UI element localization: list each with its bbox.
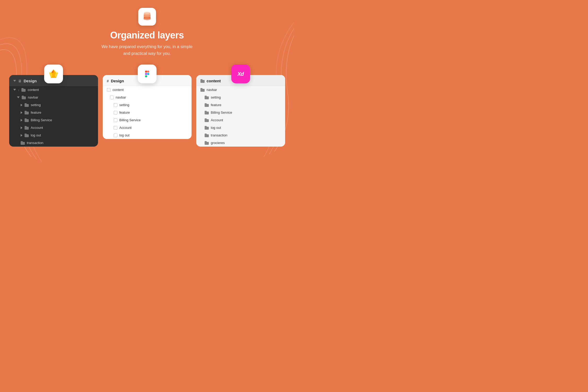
page-header: Organized layers We have prepared everyt… <box>0 0 294 57</box>
dashed-frame-icon <box>114 103 117 107</box>
figma-layer-logout[interactable]: log out <box>103 131 192 139</box>
page-title: Organized layers <box>110 30 184 41</box>
expand-icon <box>21 134 22 137</box>
xd-logo-text: Xd <box>238 71 244 77</box>
collapse-icon <box>13 89 16 91</box>
sketch-card: 🖥 Design ↓ content navbar <box>9 67 98 147</box>
folder-icon <box>205 118 209 122</box>
svg-rect-17 <box>145 71 147 73</box>
xd-header-title: content <box>207 79 221 83</box>
figma-layer-account[interactable]: Account <box>103 124 192 131</box>
expand-icon <box>21 126 22 129</box>
folder-icon <box>200 88 205 92</box>
xd-header-folder-icon <box>200 79 205 83</box>
monitor-icon: 🖥 <box>18 79 22 83</box>
folder-icon <box>25 134 29 137</box>
svg-rect-20 <box>147 73 149 75</box>
folder-icon <box>21 88 26 92</box>
sketch-header-title: Design <box>24 79 37 83</box>
xd-layer-navbar[interactable]: navbar <box>196 86 285 94</box>
figma-layers: content navbar setting feature Billing S… <box>103 86 192 139</box>
folder-icon <box>205 103 209 107</box>
folder-icon <box>25 118 29 122</box>
xd-layer-account[interactable]: Account <box>196 116 285 124</box>
figma-layer-feature[interactable]: feature <box>103 109 192 116</box>
folder-icon <box>25 103 29 107</box>
xd-layers: navbar setting feature Billing Service A… <box>196 86 285 147</box>
expand-icon <box>21 104 22 106</box>
folder-icon <box>205 96 209 99</box>
hash-icon: # <box>107 79 109 83</box>
folder-icon <box>205 126 209 130</box>
figma-header-title: Design <box>111 79 124 83</box>
sketch-layer-feature[interactable]: feature <box>9 109 98 116</box>
cards-container: 🖥 Design ↓ content navbar <box>0 67 294 147</box>
dashed-frame-icon <box>110 96 114 99</box>
figma-layer-billing[interactable]: Billing Service <box>103 116 192 124</box>
svg-rect-21 <box>145 75 147 77</box>
sketch-icon <box>44 65 63 83</box>
main-app-icon <box>138 8 156 26</box>
folder-icon <box>205 111 209 114</box>
expand-icon <box>21 119 22 122</box>
sketch-layer-transaction[interactable]: transaction <box>9 139 98 147</box>
xd-card: Xd content navbar setting feature <box>196 67 285 147</box>
collapse-icon <box>17 96 20 98</box>
folder-icon <box>25 111 29 114</box>
xd-layer-grocieres[interactable]: grocieres <box>196 139 285 147</box>
xd-icon: Xd <box>231 65 250 83</box>
figma-card: # Design content navbar setting <box>103 67 192 139</box>
xd-panel: content navbar setting feature <box>196 75 285 147</box>
dashed-frame-icon <box>114 111 117 114</box>
subtitle: We have prepared everything for you, in … <box>101 43 192 57</box>
dashed-frame-icon <box>107 88 111 92</box>
xd-layer-transaction[interactable]: transaction <box>196 131 285 139</box>
folder-icon <box>21 141 25 145</box>
figma-layer-navbar[interactable]: navbar <box>103 94 192 101</box>
xd-layer-setting[interactable]: setting <box>196 94 285 101</box>
dashed-frame-icon <box>114 126 117 130</box>
xd-layer-feature[interactable]: feature <box>196 101 285 109</box>
sketch-panel: 🖥 Design ↓ content navbar <box>9 75 98 147</box>
folder-icon <box>25 126 29 130</box>
sketch-layer-navbar[interactable]: navbar <box>9 94 98 101</box>
sort-icon: ↓ <box>18 88 20 91</box>
sketch-layer-logout[interactable]: log out <box>9 131 98 139</box>
folder-icon <box>205 141 209 145</box>
figma-panel: # Design content navbar setting <box>103 75 192 139</box>
sketch-layer-content[interactable]: ↓ content <box>9 86 98 94</box>
sketch-layer-account[interactable]: Account <box>9 124 98 131</box>
svg-rect-18 <box>147 71 149 73</box>
sketch-layer-billing[interactable]: Billing Service <box>9 116 98 124</box>
folder-icon <box>205 134 209 137</box>
figma-layer-content[interactable]: content <box>103 86 192 94</box>
svg-point-6 <box>144 12 150 14</box>
svg-rect-19 <box>145 73 147 75</box>
expand-icon <box>13 80 16 82</box>
sketch-layers: ↓ content navbar setting <box>9 86 98 147</box>
dashed-frame-icon <box>114 134 117 137</box>
figma-icon <box>138 65 157 83</box>
sketch-layer-setting[interactable]: setting <box>9 101 98 109</box>
figma-layer-setting[interactable]: setting <box>103 101 192 109</box>
folder-icon <box>22 96 26 99</box>
xd-layer-logout[interactable]: log out <box>196 124 285 131</box>
xd-layer-billing[interactable]: Billing Service <box>196 109 285 116</box>
dashed-frame-icon <box>114 118 117 122</box>
expand-icon <box>21 111 22 114</box>
